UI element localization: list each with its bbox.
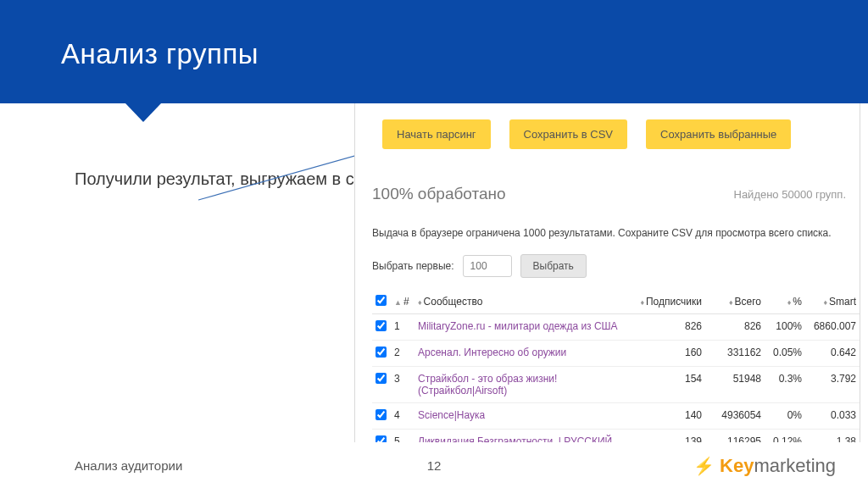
row-total: 826 <box>705 314 765 341</box>
row-num: 1 <box>391 314 415 341</box>
select-first-row: Выбрать первые: Выбрать <box>355 239 860 290</box>
save-csv-button[interactable]: Сохранить в CSV <box>509 119 627 149</box>
table-header-row: ▲# ♦Сообщество ♦Подписчики ♦Всего ♦% ♦Sm… <box>372 290 860 314</box>
row-total: 331162 <box>705 341 765 367</box>
select-first-input[interactable] <box>463 255 512 277</box>
row-subs: 160 <box>637 341 705 367</box>
footer: Анализ аудитории 12 ⚡ Keymarketing <box>0 458 868 473</box>
select-all-checkbox[interactable] <box>376 295 387 306</box>
pointer-icon <box>125 103 161 122</box>
col-pct[interactable]: % <box>793 296 802 308</box>
table-row: 3 Страйкбол - это образ жизни! (Страйкбо… <box>372 367 860 403</box>
action-buttons: Начать парсинг Сохранить в CSV Сохранить… <box>355 103 860 164</box>
row-pct: 0% <box>765 403 805 430</box>
brand-logo: ⚡ Keymarketing <box>693 455 836 477</box>
save-selected-button[interactable]: Сохранить выбранные <box>646 119 791 149</box>
brand-key: Key <box>720 455 754 476</box>
row-checkbox[interactable] <box>376 409 387 420</box>
table-row: 2 Арсенал. Интересно об оружии 160 33116… <box>372 341 860 367</box>
row-pct: 0.05% <box>765 341 805 367</box>
row-pct: 0.3% <box>765 367 805 403</box>
select-first-button[interactable]: Выбрать <box>520 254 587 278</box>
results-table: ▲# ♦Сообщество ♦Подписчики ♦Всего ♦% ♦Sm… <box>372 290 860 442</box>
row-num: 2 <box>391 341 415 367</box>
row-subs: 139 <box>637 430 705 443</box>
start-parsing-button[interactable]: Начать парсинг <box>382 119 491 149</box>
table-row: 5 Ликвидация Безграмотности. | РУССКИЙ 1… <box>372 430 860 443</box>
col-smart[interactable]: Smart <box>829 296 856 308</box>
row-checkbox[interactable] <box>376 373 387 384</box>
select-first-label: Выбрать первые: <box>372 260 454 272</box>
row-num: 5 <box>391 430 415 443</box>
page-number: 12 <box>427 458 442 473</box>
brand-marketing: marketing <box>754 455 836 476</box>
row-total: 4936054 <box>705 403 765 430</box>
col-num[interactable]: # <box>403 296 409 308</box>
row-smart: 0.642 <box>805 341 860 367</box>
found-text: Найдено 50000 групп. <box>734 188 847 201</box>
row-checkbox[interactable] <box>376 320 387 331</box>
lightning-icon: ⚡ <box>693 456 715 476</box>
annotation-note: Получили результат, выгружаем в csv <box>75 168 371 191</box>
row-subs: 140 <box>637 403 705 430</box>
progress-text: 100% обработано <box>372 185 506 203</box>
col-subs[interactable]: Подписчики <box>646 296 702 308</box>
row-community[interactable]: Арсенал. Интересно об оружии <box>415 341 637 367</box>
header-band: Анализ группы <box>0 0 868 103</box>
row-pct: 0.12% <box>765 430 805 443</box>
table-row: 1 MilitaryZone.ru - милитари одежда из С… <box>372 314 860 341</box>
row-total: 116295 <box>705 430 765 443</box>
row-pct: 100% <box>765 314 805 341</box>
footer-left: Анализ аудитории <box>0 458 182 473</box>
row-subs: 154 <box>637 367 705 403</box>
row-checkbox[interactable] <box>376 435 387 442</box>
row-community[interactable]: MilitaryZone.ru - милитари одежда из США <box>415 314 637 341</box>
slide-title: Анализ группы <box>0 0 868 70</box>
col-community[interactable]: Сообщество <box>424 296 483 308</box>
results-panel: Начать парсинг Сохранить в CSV Сохранить… <box>354 103 860 442</box>
row-smart: 0.033 <box>805 403 860 430</box>
row-smart: 6860.007 <box>805 314 860 341</box>
table-row: 4 Science|Наука 140 4936054 0% 0.033 <box>372 403 860 430</box>
row-num: 3 <box>391 367 415 403</box>
limit-hint: Выдача в браузере ограничена 1000 резуль… <box>355 203 860 239</box>
row-subs: 826 <box>637 314 705 341</box>
row-community[interactable]: Science|Наука <box>415 403 637 430</box>
col-total[interactable]: Всего <box>735 296 761 308</box>
row-community[interactable]: Страйкбол - это образ жизни! (Страйкбол|… <box>415 367 637 403</box>
row-num: 4 <box>391 403 415 430</box>
row-total: 51948 <box>705 367 765 403</box>
row-smart: 3.792 <box>805 367 860 403</box>
row-smart: 1.38 <box>805 430 860 443</box>
status-row: 100% обработано Найдено 50000 групп. <box>355 185 860 203</box>
row-community[interactable]: Ликвидация Безграмотности. | РУССКИЙ <box>415 430 637 443</box>
row-checkbox[interactable] <box>376 347 387 358</box>
